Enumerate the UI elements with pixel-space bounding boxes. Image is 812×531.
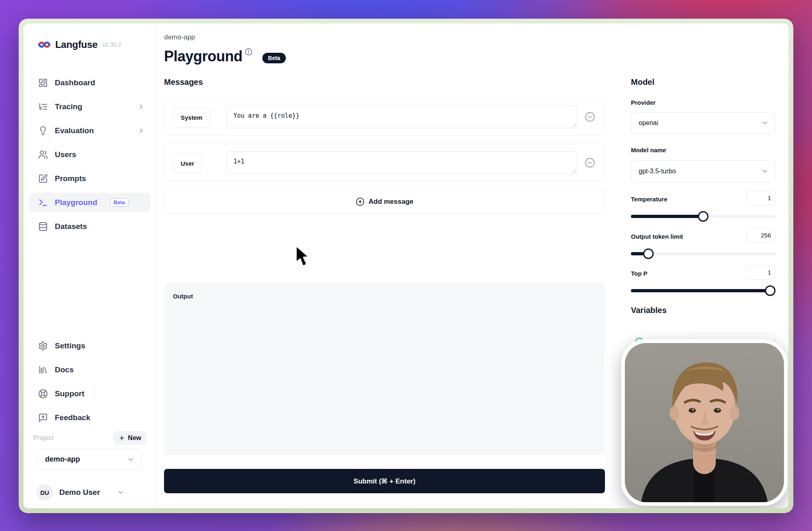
provider-label: Provider xyxy=(631,99,656,106)
top-p-slider[interactable] xyxy=(631,285,775,296)
lifebuoy-icon xyxy=(38,389,48,399)
sidebar-item-support[interactable]: Support xyxy=(28,384,151,403)
plus-circle-icon xyxy=(356,197,365,206)
output-panel: Output xyxy=(164,283,605,455)
temperature-value[interactable]: 1 xyxy=(746,191,775,205)
slider-thumb[interactable] xyxy=(765,285,775,296)
info-icon[interactable] xyxy=(245,48,253,56)
sidebar-nav: Dashboard Tracing xyxy=(28,73,151,241)
langfuse-logo-icon xyxy=(38,40,50,50)
beta-badge: Beta xyxy=(262,53,286,63)
gear-icon xyxy=(38,341,48,351)
plus-icon xyxy=(119,435,125,441)
model-panel-title: Model xyxy=(631,78,654,87)
project-row: Project New xyxy=(33,431,147,445)
add-message-button[interactable]: Add message xyxy=(164,190,605,214)
sidebar-item-settings[interactable]: Settings xyxy=(28,336,151,355)
temperature-slider[interactable] xyxy=(631,211,775,222)
app-version: v2.30.2 xyxy=(102,41,121,48)
sidebar-item-dashboard[interactable]: Dashboard xyxy=(28,73,151,92)
remove-message-icon[interactable] xyxy=(585,112,595,122)
evaluation-icon xyxy=(38,126,48,136)
top-p-value[interactable]: 1 xyxy=(746,265,775,280)
sidebar-item-tracing[interactable]: Tracing xyxy=(28,97,151,116)
title-row: Playground Beta xyxy=(164,47,286,66)
user-name: Demo User xyxy=(59,488,100,497)
message-plus-icon xyxy=(38,413,48,423)
model-name-select[interactable]: gpt-3.5-turbo xyxy=(631,160,775,182)
provider-select[interactable]: openai xyxy=(631,112,775,134)
new-project-button[interactable]: New xyxy=(113,431,147,445)
messages-heading: Messages xyxy=(164,78,203,87)
langfuse-app: Langfuse v2.30.2 Dashboard Traci xyxy=(24,24,788,508)
chevron-right-icon xyxy=(138,127,145,134)
sidebar-item-feedback[interactable]: Feedback xyxy=(28,408,151,427)
webcam-video xyxy=(625,343,784,502)
library-icon xyxy=(38,365,48,375)
datasets-icon xyxy=(38,222,48,231)
app-window-frame: Langfuse v2.30.2 Dashboard Traci xyxy=(19,19,793,513)
webcam-overlay xyxy=(621,339,788,506)
sidebar: Langfuse v2.30.2 Dashboard Traci xyxy=(24,24,156,508)
variables-heading: Variables xyxy=(631,306,667,315)
brand-name: Langfuse xyxy=(55,39,97,50)
project-label: Project xyxy=(33,434,54,442)
playground-terminal-icon xyxy=(38,198,48,207)
sidebar-item-users[interactable]: Users xyxy=(28,145,151,164)
user-menu[interactable]: DU Demo User xyxy=(37,484,124,501)
message-row-system: System You are a {{role}} xyxy=(164,98,605,135)
project-select[interactable]: demo-app xyxy=(37,449,141,470)
prompts-icon xyxy=(38,174,48,183)
users-icon xyxy=(38,150,48,160)
chevron-down-icon xyxy=(117,489,124,496)
user-message-input[interactable]: 1+1 xyxy=(227,151,577,174)
page-title: Playground xyxy=(164,47,242,66)
output-token-limit-label: Output token limit xyxy=(631,233,683,240)
output-token-limit-slider[interactable] xyxy=(631,248,775,259)
output-label: Output xyxy=(173,293,193,300)
temperature-label: Temperature xyxy=(631,196,667,203)
sidebar-item-docs[interactable]: Docs xyxy=(28,360,151,379)
sidebar-item-prompts[interactable]: Prompts xyxy=(28,169,151,188)
role-button-user[interactable]: User xyxy=(173,153,202,173)
message-row-user: User 1+1 xyxy=(164,144,605,181)
sidebar-item-playground[interactable]: Playground Beta xyxy=(28,193,151,212)
playground-beta-badge: Beta xyxy=(110,198,129,207)
role-button-system[interactable]: System xyxy=(173,107,210,127)
video-background: Langfuse v2.30.2 Dashboard Traci xyxy=(0,0,812,531)
breadcrumb[interactable]: demo-app xyxy=(164,33,195,41)
submit-button[interactable]: Submit (⌘ + Enter) xyxy=(164,469,605,493)
sidebar-footer-nav: Settings Docs Support xyxy=(28,336,151,432)
dashboard-icon xyxy=(38,78,48,88)
avatar: DU xyxy=(37,484,53,501)
top-p-label: Top P xyxy=(631,270,648,277)
brand-row: Langfuse v2.30.2 xyxy=(38,39,121,50)
chevron-down-icon xyxy=(761,119,769,127)
slider-thumb[interactable] xyxy=(643,248,654,259)
sidebar-item-datasets[interactable]: Datasets xyxy=(28,217,151,236)
main-content: demo-app Playground Beta Messages System… xyxy=(164,24,605,508)
chevron-down-icon xyxy=(127,456,134,463)
system-message-input[interactable]: You are a {{role}} xyxy=(227,106,577,128)
tracing-icon xyxy=(38,102,48,112)
slider-thumb[interactable] xyxy=(698,211,708,222)
project-select-value: demo-app xyxy=(45,455,80,464)
model-name-label: Model name xyxy=(631,147,666,153)
remove-message-icon[interactable] xyxy=(585,158,595,168)
chevron-right-icon xyxy=(138,103,145,110)
sidebar-item-evaluation[interactable]: Evaluation xyxy=(28,121,151,140)
chevron-down-icon xyxy=(761,168,769,175)
output-token-limit-value[interactable]: 256 xyxy=(746,228,775,243)
